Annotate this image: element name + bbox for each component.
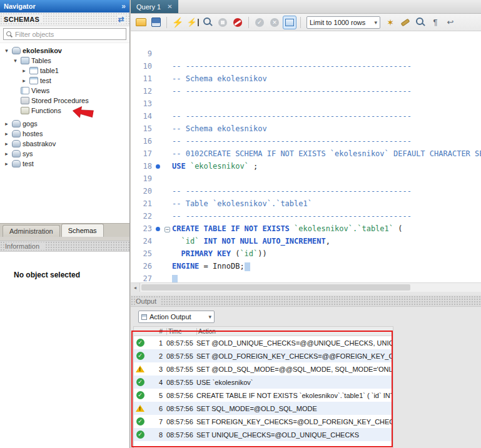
tree-item-stored-procedures[interactable]: Stored Procedures xyxy=(0,96,129,106)
row-time: 08:57:55 xyxy=(166,352,196,360)
code-line[interactable]: 16-- -----------------------------------… xyxy=(131,135,481,147)
tab-administration[interactable]: Administration xyxy=(3,225,60,237)
code-text: PRIMARY KEY (`id`)) xyxy=(172,247,481,260)
chevron-down-icon[interactable]: ▾ xyxy=(3,47,10,54)
code-line[interactable]: 14-- -----------------------------------… xyxy=(131,110,481,122)
scrollbar-thumb[interactable] xyxy=(141,284,410,291)
time-column-header[interactable]: Time xyxy=(166,328,196,335)
clean-icon[interactable] xyxy=(398,16,412,29)
code-line[interactable]: 17-- 0102CREATE SCHEMA IF NOT EXISTS `ek… xyxy=(131,147,481,160)
action-column-header[interactable]: Action xyxy=(196,328,393,335)
editor-horizontal-scrollbar[interactable]: ◂ xyxy=(131,282,481,292)
tree-item-test[interactable]: ▸test xyxy=(0,159,129,169)
code-line[interactable]: 24 `id` INT NOT NULL AUTO_INCREMENT, xyxy=(131,235,481,247)
invisibles-icon[interactable] xyxy=(428,16,442,29)
code-line[interactable]: 23−CREATE TABLE IF NOT EXISTS `ekolesnik… xyxy=(131,222,481,235)
output-row[interactable]: 108:57:55SET @OLD_UNIQUE_CHECKS=@@UNIQUE… xyxy=(134,336,393,349)
close-tab-icon[interactable]: ✕ xyxy=(167,3,172,10)
tree-item-sbastrakov[interactable]: ▸sbastrakov xyxy=(0,139,129,149)
schema-icon xyxy=(12,160,21,167)
chevron-right-icon[interactable]: ▸ xyxy=(21,67,28,74)
chevron-right-icon[interactable]: ▸ xyxy=(3,141,10,147)
beautify-icon[interactable] xyxy=(383,16,397,29)
code-line[interactable]: 26ENGINE = InnoDB; xyxy=(131,260,481,272)
open-script-icon[interactable] xyxy=(134,16,148,29)
row-index: 5 xyxy=(146,392,166,399)
stop-icon[interactable] xyxy=(216,16,230,29)
fold-collapse-icon[interactable]: − xyxy=(165,227,170,232)
stop-on-error-icon[interactable] xyxy=(231,16,245,29)
code-text xyxy=(172,97,481,110)
output-row[interactable]: 208:57:55SET @OLD_FOREIGN_KEY_CHECKS=@@F… xyxy=(134,349,393,362)
rollback-icon[interactable] xyxy=(268,16,281,29)
tree-item-tables[interactable]: ▾Tables xyxy=(0,56,129,66)
code-line[interactable]: 9 xyxy=(131,47,481,60)
chevron-right-icon[interactable]: ▸ xyxy=(21,77,28,84)
grid-icon xyxy=(141,314,147,320)
code-line[interactable]: 12-- -----------------------------------… xyxy=(131,85,481,97)
schema-icon xyxy=(12,140,21,147)
chevron-right-icon[interactable]: ▸ xyxy=(3,161,10,167)
tree-item-label: Stored Procedures xyxy=(31,97,89,104)
code-line[interactable]: 21-- Table `ekolesnikov`.`table1` xyxy=(131,197,481,210)
tree-item-test[interactable]: ▸test xyxy=(0,76,129,86)
panel-toggle-icon[interactable]: » xyxy=(121,2,126,11)
code-line[interactable]: 25 PRIMARY KEY (`id`)) xyxy=(131,247,481,260)
marker-column xyxy=(154,172,163,185)
no-object-selected-text: No object selected xyxy=(14,271,129,279)
output-row[interactable]: 808:57:56SET UNIQUE_CHECKS=@OLD_UNIQUE_C… xyxy=(134,428,393,441)
find-icon[interactable] xyxy=(413,16,427,29)
execute-current-icon[interactable] xyxy=(186,16,200,29)
tree-item-sys[interactable]: ▸sys xyxy=(0,149,129,159)
tree-item-views[interactable]: Views xyxy=(0,86,129,96)
output-row[interactable]: 308:57:55SET @OLD_SQL_MODE=@@SQL_MODE, S… xyxy=(134,362,393,376)
editor-tab-bar: Query 1 ✕ xyxy=(131,0,481,14)
tree-item-gogs[interactable]: ▸gogs xyxy=(0,119,129,129)
filter-objects-input[interactable] xyxy=(15,31,124,38)
execute-icon[interactable] xyxy=(171,16,185,29)
output-row[interactable]: 408:57:55USE `ekolesnikov` xyxy=(134,376,393,389)
index-column-header[interactable]: # xyxy=(146,328,166,335)
sql-editor[interactable]: 910-- ----------------------------------… xyxy=(131,31,481,282)
autocommit-icon[interactable] xyxy=(283,16,296,29)
tree-item-functions[interactable]: Functions xyxy=(0,106,129,116)
code-line[interactable]: 10-- -----------------------------------… xyxy=(131,60,481,72)
tree-item-table1[interactable]: ▸table1 xyxy=(0,66,129,76)
tab-query-1[interactable]: Query 1 ✕ xyxy=(131,0,178,13)
procs-icon xyxy=(21,97,29,104)
chevron-right-icon[interactable]: ▸ xyxy=(3,121,10,127)
tree-item-ekolesnikov[interactable]: ▾ekolesnikov xyxy=(0,46,129,56)
row-time: 08:57:56 xyxy=(166,392,196,399)
output-row[interactable]: 508:57:56CREATE TABLE IF NOT EXISTS `eko… xyxy=(134,389,393,402)
output-row[interactable]: 608:57:56SET SQL_MODE=@OLD_SQL_MODE xyxy=(134,402,393,415)
tab-schemas[interactable]: Schemas xyxy=(61,224,104,237)
scroll-left-icon[interactable]: ◂ xyxy=(131,283,140,292)
output-view-dropdown[interactable]: Action Output ▾ xyxy=(138,311,215,323)
code-line[interactable]: 20-- -----------------------------------… xyxy=(131,185,481,197)
code-line[interactable]: 22-- -----------------------------------… xyxy=(131,210,481,222)
code-line[interactable]: 11-- Schema ekolesnikov xyxy=(131,72,481,85)
refresh-schemas-icon[interactable]: ⇄ xyxy=(117,15,126,24)
explain-icon[interactable] xyxy=(201,16,215,29)
code-line[interactable]: 13 xyxy=(131,97,481,110)
chevron-right-icon[interactable]: ▸ xyxy=(3,131,10,137)
editor-toolbar: Limit to 1000 rows▾ xyxy=(131,14,481,31)
code-line[interactable]: 18USE `ekolesnikov` ; xyxy=(131,160,481,172)
row-action: SET @OLD_FOREIGN_KEY_CHECKS=@@FOREIGN_KE… xyxy=(196,352,393,360)
commit-icon[interactable] xyxy=(253,16,266,29)
save-script-icon[interactable] xyxy=(149,16,163,29)
row-time: 08:57:55 xyxy=(166,366,196,373)
code-line[interactable]: 19 xyxy=(131,172,481,185)
wrap-icon[interactable] xyxy=(443,16,457,29)
output-row[interactable]: 708:57:56SET FOREIGN_KEY_CHECKS=@OLD_FOR… xyxy=(134,415,393,428)
tree-item-label: table1 xyxy=(40,67,59,74)
limit-rows-dropdown[interactable]: Limit to 1000 rows▾ xyxy=(306,16,380,29)
chevron-right-icon[interactable]: ▸ xyxy=(3,151,10,157)
code-line[interactable]: 15-- Schema ekolesnikov xyxy=(131,122,481,135)
tree-item-label: sys xyxy=(23,150,33,157)
code-line[interactable]: 27 xyxy=(131,272,481,282)
chevron-down-icon[interactable]: ▾ xyxy=(12,57,19,64)
line-number: 27 xyxy=(131,272,154,282)
row-action: SET FOREIGN_KEY_CHECKS=@OLD_FOREIGN_KEY_… xyxy=(196,418,393,426)
tree-item-hostes[interactable]: ▸hostes xyxy=(0,129,129,139)
